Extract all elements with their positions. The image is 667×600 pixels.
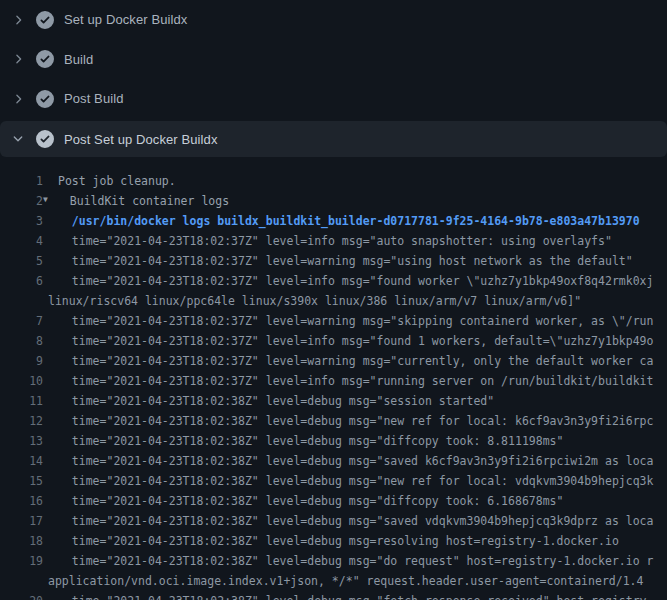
step-title: Build xyxy=(64,52,93,67)
line-number[interactable]: 5 xyxy=(0,251,43,271)
log-text: time="2021-04-23T18:02:38Z" level=debug … xyxy=(58,531,619,551)
line-number[interactable] xyxy=(0,571,43,591)
chevron-icon-wrap xyxy=(10,91,26,107)
log-row: 1 Post job cleanup. xyxy=(0,171,667,191)
log-text: time="2021-04-23T18:02:38Z" level=debug … xyxy=(58,511,653,531)
line-number[interactable]: 13 xyxy=(0,431,43,451)
log-row: application/vnd.oci.image.index.v1+json,… xyxy=(0,571,667,591)
check-circle-icon xyxy=(36,90,54,108)
log-row: 16 time="2021-04-23T18:02:38Z" level=deb… xyxy=(0,491,667,511)
step-title: Post Build xyxy=(64,91,124,106)
log-row: 11 time="2021-04-23T18:02:38Z" level=deb… xyxy=(0,391,667,411)
chevron-right-icon xyxy=(11,92,25,106)
chevron-right-icon xyxy=(11,52,25,66)
log-text: time="2021-04-23T18:02:38Z" level=debug … xyxy=(58,471,653,491)
log-row: 17 time="2021-04-23T18:02:38Z" level=deb… xyxy=(0,511,667,531)
log-text: time="2021-04-23T18:02:37Z" level=warnin… xyxy=(58,351,653,371)
chevron-icon-wrap xyxy=(10,12,26,28)
line-number[interactable] xyxy=(0,291,43,311)
line-number[interactable]: 1 xyxy=(0,171,43,191)
log-text: application/vnd.oci.image.index.v1+json,… xyxy=(48,571,643,591)
chevron-icon-wrap xyxy=(10,131,26,147)
log-row: 10 time="2021-04-23T18:02:37Z" level=inf… xyxy=(0,371,667,391)
log-text: Post job cleanup. xyxy=(58,171,176,191)
log-row: 18 time="2021-04-23T18:02:38Z" level=deb… xyxy=(0,531,667,551)
log-row: 14 time="2021-04-23T18:02:38Z" level=deb… xyxy=(0,451,667,471)
log-row: 7 time="2021-04-23T18:02:37Z" level=warn… xyxy=(0,311,667,331)
step-row-post-set-up-docker-buildx[interactable]: Post Set up Docker Buildx xyxy=(0,121,667,157)
step-row-set-up-docker-buildx[interactable]: Set up Docker Buildx xyxy=(0,0,667,39)
line-number[interactable]: 3 xyxy=(0,211,43,231)
line-number[interactable]: 2 xyxy=(0,191,43,211)
line-number[interactable]: 18 xyxy=(0,531,43,551)
log-text: /usr/bin/docker logs buildx_buildkit_bui… xyxy=(58,211,640,231)
log-text: time="2021-04-23T18:02:37Z" level=warnin… xyxy=(58,251,633,271)
line-number[interactable]: 9 xyxy=(0,351,43,371)
log-row: 15 time="2021-04-23T18:02:38Z" level=deb… xyxy=(0,471,667,491)
log-row: 2 ▼BuildKit container logs xyxy=(0,191,667,211)
log-text: time="2021-04-23T18:02:37Z" level=info m… xyxy=(58,331,653,351)
log-text: time="2021-04-23T18:02:37Z" level=warnin… xyxy=(58,311,653,331)
line-number[interactable]: 14 xyxy=(0,451,43,471)
line-number[interactable]: 11 xyxy=(0,391,43,411)
log-row: 13 time="2021-04-23T18:02:38Z" level=deb… xyxy=(0,431,667,451)
line-number[interactable]: 15 xyxy=(0,471,43,491)
group-toggle-label[interactable]: BuildKit container logs xyxy=(70,191,229,211)
log-text: linux/riscv64 linux/ppc64le linux/s390x … xyxy=(48,291,581,311)
step-title: Post Set up Docker Buildx xyxy=(64,132,218,147)
log-viewer: 1 Post job cleanup. 2 ▼BuildKit containe… xyxy=(0,171,667,600)
log-row: 6 time="2021-04-23T18:02:37Z" level=info… xyxy=(0,271,667,291)
log-row: 4 time="2021-04-23T18:02:37Z" level=info… xyxy=(0,231,667,251)
line-number[interactable]: 8 xyxy=(0,331,43,351)
line-number[interactable]: 4 xyxy=(0,231,43,251)
line-number[interactable]: 12 xyxy=(0,411,43,431)
step-row-post-build[interactable]: Post Build xyxy=(0,79,667,118)
log-row: 20 time="2021-04-23T18:02:38Z" level=deb… xyxy=(0,591,667,600)
log-text: time="2021-04-23T18:02:37Z" level=info m… xyxy=(58,271,653,291)
log-row: 12 time="2021-04-23T18:02:38Z" level=deb… xyxy=(0,411,667,431)
log-row: 8 time="2021-04-23T18:02:37Z" level=info… xyxy=(0,331,667,351)
chevron-right-icon xyxy=(11,13,25,27)
log-row: 3 /usr/bin/docker logs buildx_buildkit_b… xyxy=(0,211,667,231)
group-expand-triangle-icon[interactable]: ▼ xyxy=(43,191,48,210)
log-text: time="2021-04-23T18:02:38Z" level=debug … xyxy=(58,451,653,471)
check-circle-icon xyxy=(36,130,54,148)
log-text: time="2021-04-23T18:02:37Z" level=info m… xyxy=(58,371,653,391)
log-text: time="2021-04-23T18:02:38Z" level=debug … xyxy=(58,551,653,571)
line-number[interactable]: 20 xyxy=(0,591,43,600)
log-row: 5 time="2021-04-23T18:02:37Z" level=warn… xyxy=(0,251,667,271)
line-number[interactable]: 10 xyxy=(0,371,43,391)
log-text: time="2021-04-23T18:02:38Z" level=debug … xyxy=(58,431,563,451)
log-text: time="2021-04-23T18:02:38Z" level=debug … xyxy=(58,491,563,511)
log-row: 9 time="2021-04-23T18:02:37Z" level=warn… xyxy=(0,351,667,371)
step-title: Set up Docker Buildx xyxy=(64,12,187,27)
line-number[interactable]: 19 xyxy=(0,551,43,571)
line-number[interactable]: 17 xyxy=(0,511,43,531)
check-circle-icon xyxy=(36,11,54,29)
log-row: linux/riscv64 linux/ppc64le linux/s390x … xyxy=(0,291,667,311)
log-row: 19 time="2021-04-23T18:02:38Z" level=deb… xyxy=(0,551,667,571)
log-text: time="2021-04-23T18:02:37Z" level=info m… xyxy=(58,231,612,251)
log-text: time="2021-04-23T18:02:38Z" level=debug … xyxy=(58,591,653,600)
log-text: time="2021-04-23T18:02:38Z" level=debug … xyxy=(58,391,494,411)
chevron-icon-wrap xyxy=(10,51,26,67)
step-row-build[interactable]: Build xyxy=(0,40,667,79)
line-number[interactable]: 7 xyxy=(0,311,43,331)
check-circle-icon xyxy=(36,50,54,68)
chevron-down-icon xyxy=(11,132,25,146)
line-number[interactable]: 16 xyxy=(0,491,43,511)
line-number[interactable]: 6 xyxy=(0,271,43,291)
log-text: time="2021-04-23T18:02:38Z" level=debug … xyxy=(58,411,653,431)
